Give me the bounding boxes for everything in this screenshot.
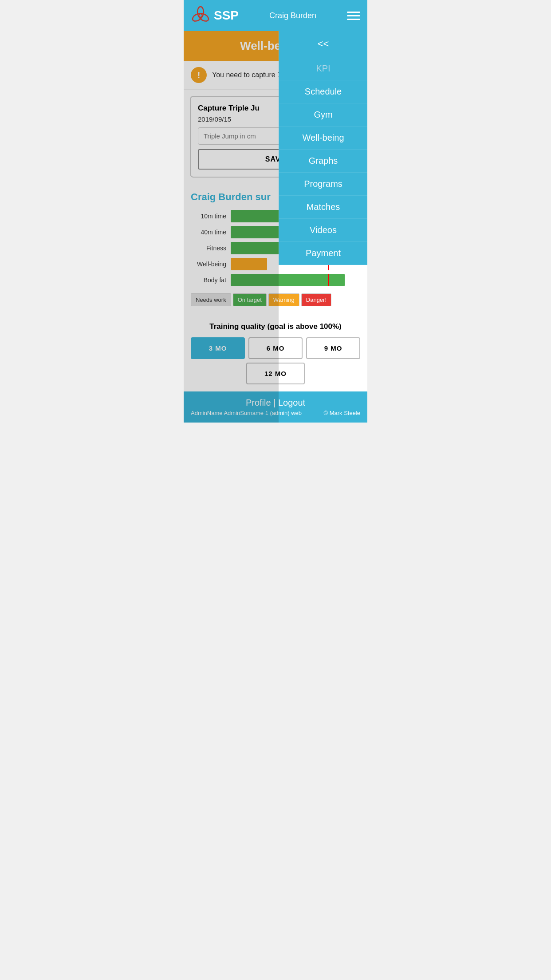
legend-danger: Danger! <box>301 293 331 306</box>
target-line-bodyfat <box>328 274 329 286</box>
menu-item-wellbeing[interactable]: Well-being <box>279 126 367 150</box>
logo-text: SSP <box>214 8 239 23</box>
menu-item-matches[interactable]: Matches <box>279 196 367 219</box>
hamburger-line-1 <box>347 12 360 13</box>
menu-item-payment[interactable]: Payment <box>279 242 367 265</box>
menu-item-gym[interactable]: Gym <box>279 103 367 126</box>
header: SSP Craig Burden <box>184 0 367 31</box>
menu-item-kpi[interactable]: KPI <box>279 57 367 80</box>
dropdown-menu: << KPI Schedule Gym Well-being Graphs Pr… <box>279 31 367 265</box>
month-9mo-button[interactable]: 9 MO <box>306 337 360 359</box>
menu-item-programs[interactable]: Programs <box>279 173 367 196</box>
logo-icon <box>191 6 210 25</box>
svg-point-2 <box>191 12 204 23</box>
menu-item-schedule[interactable]: Schedule <box>279 80 367 103</box>
footer-copyright: © Mark Steele <box>323 410 360 416</box>
menu-overlay[interactable] <box>184 31 279 423</box>
hamburger-line-2 <box>347 15 360 16</box>
menu-item-videos[interactable]: Videos <box>279 219 367 242</box>
logout-link[interactable]: Logout <box>278 398 305 407</box>
menu-item-graphs[interactable]: Graphs <box>279 150 367 173</box>
menu-back-button[interactable]: << <box>279 31 367 57</box>
hamburger-button[interactable] <box>347 12 360 20</box>
hamburger-line-3 <box>347 19 360 20</box>
logo-area: SSP <box>191 6 239 25</box>
header-username: Craig Burden <box>239 11 347 20</box>
